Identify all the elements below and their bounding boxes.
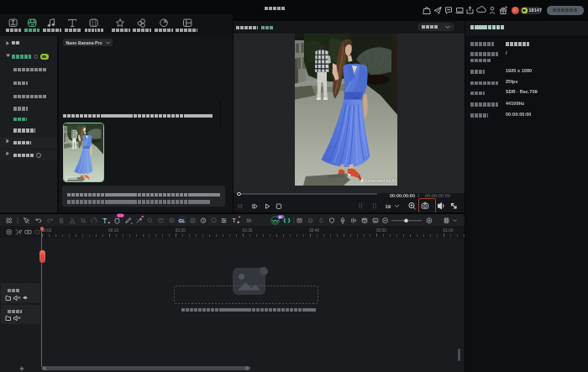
svg-text:GL: GL (178, 217, 186, 223)
svg-text:19: 19 (386, 204, 391, 209)
svg-text:T: T (102, 217, 107, 224)
svg-text:T: T (232, 217, 236, 224)
svg-text:AI: AI (279, 215, 282, 218)
